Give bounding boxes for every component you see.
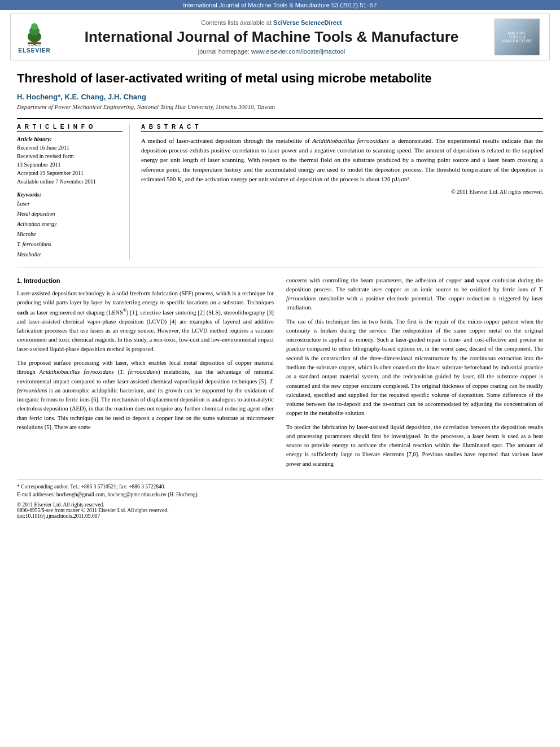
intro-paragraph-2: The proposed surface processing with las… xyxy=(17,359,274,432)
keywords-label: Keywords: xyxy=(17,191,123,198)
svg-point-3 xyxy=(31,23,38,30)
keyword-4: Microbe xyxy=(17,229,123,239)
paper-title: Threshold of laser-activated writing of … xyxy=(17,71,543,87)
homepage-link[interactable]: www.elsevier.com/locate/ijmactool xyxy=(251,48,345,55)
intro-paragraph-1: Laser-assisted deposition technology is … xyxy=(17,289,274,354)
section-divider xyxy=(17,268,543,268)
elsevier-logo: ELSEVIER ELSEVIER xyxy=(18,21,50,54)
journal-cover: MACHINETOOLS &MANUFACTURE xyxy=(492,19,542,55)
journal-header-center: Contents lists available at SciVerse Sci… xyxy=(58,19,485,55)
article-history-label: Article history: xyxy=(17,136,123,142)
keywords-list: Laser Metal deposition Activation energy… xyxy=(17,199,123,260)
abstract-column: A B S T R A C T A method of laser-activa… xyxy=(141,124,543,260)
body-para-right-2: The use of this technique lies in two fo… xyxy=(286,317,543,418)
abstract-heading: A B S T R A C T xyxy=(141,124,543,132)
body-para-right-1: concerns with controlling the beam param… xyxy=(286,276,543,313)
journal-title: International Journal of Machine Tools &… xyxy=(58,28,485,46)
journal-citation-bar: International Journal of Machine Tools &… xyxy=(0,0,560,10)
body-left-column: 1. Introduction Laser-assisted depositio… xyxy=(17,276,274,473)
abstract-text: A method of laser-activated deposition t… xyxy=(141,136,543,184)
elsevier-label: ELSEVIER xyxy=(18,47,50,54)
copyright-footer: © 2011 Elsevier Ltd. All rights reserved… xyxy=(17,502,543,508)
keyword-6: Metabolite xyxy=(17,250,123,260)
footnote-section: * Corresponding author. Tel.: +886 3 571… xyxy=(17,479,543,499)
sciverse-line: Contents lists available at SciVerse Sci… xyxy=(58,19,485,26)
email-addresses: hochengh@gmail.com, hocheng@pme.nthu.edu… xyxy=(56,492,199,497)
received-revised-label: Received in revised form xyxy=(17,152,123,160)
body-right-column: concerns with controlling the beam param… xyxy=(286,276,543,473)
keyword-2: Metal deposition xyxy=(17,209,123,219)
received-revised-date: 13 September 2011 xyxy=(17,160,123,169)
article-info-column: A R T I C L E I N F O Article history: R… xyxy=(17,124,130,260)
paper-content: Threshold of laser-activated writing of … xyxy=(17,71,543,519)
doi-line: doi:10.1016/j.ijmachtools.2011.09.007 xyxy=(17,513,543,519)
keyword-5: T. ferrooxidans xyxy=(17,239,123,250)
body-para-right-3: To predict the fabrication by laser-assi… xyxy=(286,423,543,469)
journal-citation-text: International Journal of Machine Tools &… xyxy=(183,2,377,8)
keyword-1: Laser xyxy=(17,199,123,209)
intro-heading: 1. Introduction xyxy=(17,276,274,286)
article-info-heading: A R T I C L E I N F O xyxy=(17,124,123,132)
available-date: Available online 7 November 2011 xyxy=(17,177,123,186)
elsevier-branding: ELSEVIER ELSEVIER xyxy=(18,21,51,54)
sciverse-link[interactable]: SciVerse ScienceDirect xyxy=(273,19,342,26)
received-date-1: Received 16 June 2011 xyxy=(17,143,123,152)
abstract-copyright: © 2011 Elsevier Ltd. All rights reserved… xyxy=(141,189,543,195)
email-footnote: E-mail addresses: hochengh@gmail.com, ho… xyxy=(17,491,543,499)
issn-line: 0890-6955/$-see front matter © 2011 Else… xyxy=(17,508,543,513)
sciverse-text: Contents lists available at xyxy=(201,19,273,26)
elsevier-tree-icon: ELSEVIER xyxy=(23,21,46,46)
keyword-3: Activation energy xyxy=(17,219,123,229)
paper-authors: H. Hocheng*, K.E. Chang, J.H. Chang xyxy=(17,93,543,101)
journal-header: ELSEVIER ELSEVIER Contents lists availab… xyxy=(10,14,550,60)
accepted-date: Accepted 19 September 2011 xyxy=(17,169,123,177)
article-info-abstract-section: A R T I C L E I N F O Article history: R… xyxy=(17,118,543,260)
svg-text:ELSEVIER: ELSEVIER xyxy=(28,44,42,46)
homepage-text: journal homepage: xyxy=(198,48,251,55)
body-content: 1. Introduction Laser-assisted depositio… xyxy=(17,276,543,473)
email-label: E-mail addresses: xyxy=(17,492,55,497)
journal-cover-image: MACHINETOOLS &MANUFACTURE xyxy=(495,19,540,55)
corresponding-author-note: * Corresponding author. Tel.: +886 3 571… xyxy=(17,483,543,491)
paper-affiliation: Department of Power Mechanical Engineeri… xyxy=(17,103,543,110)
homepage-line: journal homepage: www.elsevier.com/locat… xyxy=(58,48,485,55)
